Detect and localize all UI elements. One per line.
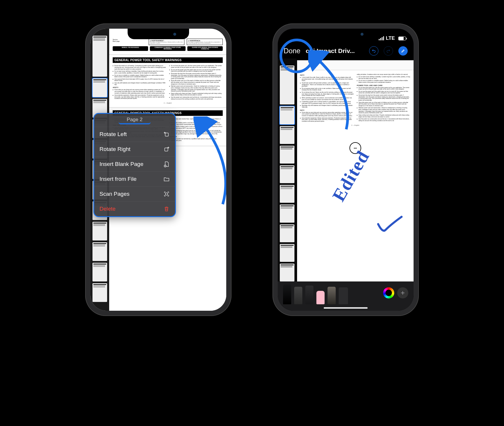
annotation-arrow-icon <box>308 50 355 132</box>
add-shape-button[interactable]: + <box>397 287 408 298</box>
doc-bullet: Use protective equipment. Always wear ey… <box>114 95 166 99</box>
signal-bars-icon <box>379 36 384 40</box>
page-thumbnail-selected[interactable] <box>92 78 107 97</box>
black-tab: GUARDE ESTE MANUAL PARA FUTURAS CONSULTA… <box>187 46 223 51</box>
menu-rotate-left[interactable]: Rotate Left <box>94 127 175 142</box>
doc-bullet: Use only with batteries and chargers lis… <box>114 82 166 85</box>
phone-right: LTE Done obi Impact Driv... <box>272 23 419 316</box>
ruler-tool[interactable] <box>339 287 348 304</box>
doc-bullet: Do not use on a ladder or unstable suppo… <box>359 80 411 83</box>
rotate-right-icon <box>163 146 170 152</box>
doc-bullet: Do not force the power tool. Use the cor… <box>171 65 223 68</box>
doc-bullet: Do not use the power tool if the switch … <box>171 69 223 72</box>
doc-bullet: Do not use the power tool if the switch … <box>359 91 411 94</box>
carrier-label: LTE <box>386 35 395 41</box>
doc-bullet: Ensure the switch is in off starting. Co… <box>114 65 166 70</box>
doc-text: safety principles. A careless action can… <box>357 74 411 75</box>
doc-bullet: Know what you are doing and use common s… <box>114 89 166 94</box>
lasso-tool[interactable] <box>328 287 336 304</box>
top-label: Back page <box>113 40 146 42</box>
page-thumbnail[interactable] <box>92 222 107 241</box>
insert-blank-icon <box>163 161 170 167</box>
redo-button[interactable] <box>384 46 393 56</box>
menu-insert-blank[interactable]: Insert Blank Page <box>94 157 175 171</box>
warning-box-es: ⚠ ADVERTENCIA: Para reducir el riesgo de… <box>187 39 223 45</box>
markup-tool-picker: + <box>278 281 414 311</box>
page-footer: 2 — English <box>113 102 223 104</box>
marker-tool[interactable] <box>294 287 302 304</box>
doc-bullet: Keep cutting tools sharp and clean. Prop… <box>359 114 411 118</box>
rotate-left-icon <box>163 131 170 138</box>
page-thumbnail[interactable] <box>92 283 107 302</box>
doc-bullet: Disconnect the plug from the power sourc… <box>359 95 411 101</box>
doc-bullet: Store idle power tools out of the reach … <box>359 102 411 107</box>
page-thumbnail[interactable] <box>92 263 107 281</box>
home-indicator[interactable] <box>324 307 368 309</box>
page-thumbnail[interactable] <box>280 205 294 222</box>
doc-bullet: Disconnect the plug from the power sourc… <box>171 73 223 80</box>
doc-bullet: Do not use on a ladder or unstable suppo… <box>114 75 166 78</box>
doc-subheading: AFETY <box>113 87 166 88</box>
page-thumbnail[interactable] <box>280 185 294 203</box>
pencil-tool[interactable] <box>305 286 313 304</box>
doc-bullet: Maintain power tools and accessories. Ch… <box>171 85 223 92</box>
battery-icon <box>398 37 406 40</box>
doc-bullet: Keep cutting tools sharp and clean. Prop… <box>171 93 223 96</box>
trash-icon <box>163 206 170 212</box>
screen-right: LTE Done obi Impact Driv... <box>278 29 414 311</box>
menu-rotate-right[interactable]: Rotate Right <box>94 142 175 157</box>
pen-tool[interactable] <box>283 284 291 304</box>
page-thumbnail[interactable] <box>92 36 107 77</box>
doc-bullet: Use the power tool, accessories and tool… <box>359 118 411 121</box>
handwritten-checkmark-icon <box>377 215 403 236</box>
folder-icon <box>163 176 170 182</box>
doc-bullet: Do not wear loose clothing or jewellery.… <box>114 71 166 74</box>
page-thumbnail[interactable] <box>92 242 107 261</box>
doc-subheading: POWER TOOL USE AND CARE <box>357 85 411 86</box>
page-thumbnail[interactable] <box>280 224 294 242</box>
page-thumbnail-selected[interactable] <box>280 106 294 124</box>
doc-bullet: Do not force the power tool. Use the cor… <box>359 87 411 90</box>
undo-button[interactable] <box>369 46 378 56</box>
doc-bullet: Maintain power tools and accessories. Ch… <box>359 107 411 114</box>
context-menu-title: Page 2 <box>94 114 175 127</box>
black-tab: CONSERVER CE MANUEL POUR FUTURE RÉFÉRENC… <box>150 46 185 51</box>
handwritten-annotation: Edited <box>328 147 373 205</box>
phone-left: Service Back page ⚠ AVERTISSEMENT : Pour… <box>85 23 232 316</box>
page-thumbnail[interactable] <box>280 126 294 144</box>
doc-bullet: Store idle power tools out of the reach … <box>171 80 223 85</box>
svg-rect-3 <box>165 193 167 195</box>
page-thumbnail[interactable] <box>280 264 294 281</box>
svg-rect-0 <box>165 133 168 136</box>
black-tab: MANUAL FOR REFERENCE <box>113 46 148 51</box>
menu-delete[interactable]: Delete <box>94 201 175 216</box>
doc-bullet: Use the power tool, accessories and tool… <box>171 97 223 100</box>
screen-left: Service Back page ⚠ AVERTISSEMENT : Pour… <box>90 29 226 311</box>
color-picker-button[interactable] <box>383 287 394 298</box>
menu-scan-pages[interactable]: Scan Pages <box>94 186 175 201</box>
eraser-tool[interactable] <box>316 291 325 304</box>
page-thumbnail[interactable] <box>280 146 294 164</box>
page-context-menu: Page 2 Rotate Left Rotate Right Insert B… <box>93 113 176 217</box>
warning-box-fr: ⚠ AVERTISSEMENT : Pour réduire les risqu… <box>149 39 185 45</box>
page-thumbnail[interactable] <box>280 165 294 183</box>
markup-button[interactable] <box>398 46 408 56</box>
annotation-arrow-icon <box>193 116 226 210</box>
menu-insert-from-file[interactable]: Insert from File <box>94 171 175 186</box>
svg-rect-1 <box>165 148 168 151</box>
section-heading: GENERAL POWER TOOL SAFETY WARNINGS <box>113 57 223 63</box>
doc-bullet: Use a ground fault circuit interrupter (… <box>114 78 166 82</box>
scan-icon <box>163 191 170 197</box>
page-thumbnail[interactable] <box>280 244 294 262</box>
doc-bullet: Do not wear loose clothing or jewellery.… <box>359 76 411 79</box>
page-thumbnail-column[interactable] <box>278 59 296 281</box>
